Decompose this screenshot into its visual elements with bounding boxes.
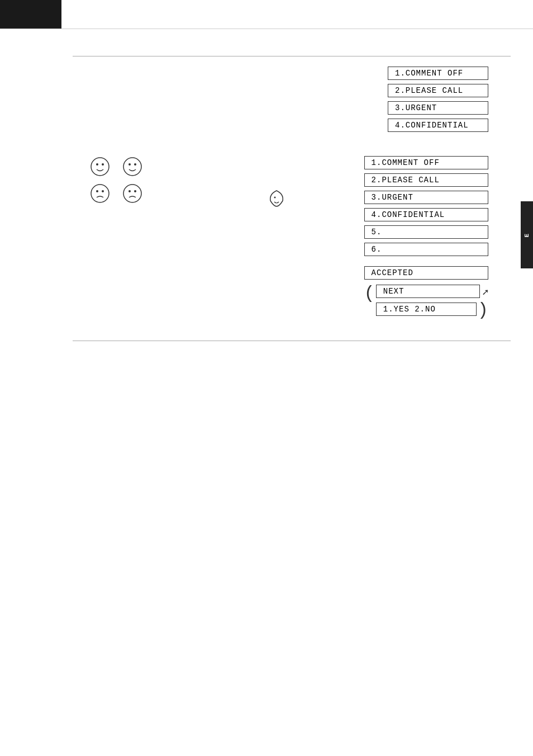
menu-item-3[interactable]: 3.URGENT bbox=[388, 101, 488, 115]
section1-menu-column: 1.COMMENT OFF 2.PLEASE CALL 3.URGENT 4.C… bbox=[388, 67, 488, 134]
menu-item-2[interactable]: 2.PLEASE CALL bbox=[388, 84, 488, 97]
svg-point-10 bbox=[129, 190, 131, 192]
s2-menu-next[interactable]: NEXT bbox=[376, 285, 480, 298]
svg-point-3 bbox=[123, 158, 141, 176]
top-bar bbox=[0, 0, 533, 29]
svg-point-12 bbox=[274, 197, 276, 199]
svg-point-9 bbox=[123, 185, 141, 202]
svg-point-1 bbox=[96, 163, 98, 166]
center-icon bbox=[268, 190, 285, 210]
top-bar-content bbox=[61, 0, 533, 29]
svg-point-0 bbox=[91, 158, 109, 176]
bracket-yes-right: ) bbox=[478, 301, 488, 319]
section-2: 1.COMMENT OFF 2.PLEASE CALL 3.URGENT 4.C… bbox=[73, 156, 511, 324]
smiley-icon-1 bbox=[89, 156, 111, 179]
svg-point-6 bbox=[91, 185, 109, 202]
top-separator bbox=[73, 56, 511, 56]
s2-menu-item-5[interactable]: 5. bbox=[364, 225, 488, 239]
bottom-separator bbox=[73, 341, 511, 341]
s2-menu-item-2[interactable]: 2.PLEASE CALL bbox=[364, 173, 488, 187]
s2-menu-yes-no[interactable]: 1.YES 2.NO bbox=[376, 303, 477, 316]
smiley-icon-2 bbox=[122, 156, 143, 179]
svg-point-2 bbox=[102, 163, 104, 166]
svg-point-7 bbox=[96, 190, 98, 192]
bracket-next-left: ( bbox=[364, 285, 375, 303]
svg-point-11 bbox=[134, 190, 136, 192]
top-bar-black-block bbox=[0, 0, 61, 29]
s2-menu-item-6[interactable]: 6. bbox=[364, 243, 488, 256]
arrow-right-icon: ➚ bbox=[482, 286, 488, 299]
icon-group bbox=[89, 156, 143, 210]
svg-point-4 bbox=[129, 163, 131, 166]
frown-icon-1 bbox=[89, 183, 111, 206]
s2-menu-item-3[interactable]: 3.URGENT bbox=[364, 191, 488, 204]
main-content: 1.COMMENT OFF 2.PLEASE CALL 3.URGENT 4.C… bbox=[0, 29, 533, 363]
icon-row-1 bbox=[89, 156, 143, 179]
svg-point-5 bbox=[134, 163, 136, 166]
s2-menu-accepted[interactable]: ACCEPTED bbox=[364, 266, 488, 280]
s2-menu-item-4[interactable]: 4.CONFIDENTIAL bbox=[364, 208, 488, 221]
icon-row-2 bbox=[89, 183, 143, 206]
svg-point-8 bbox=[102, 190, 104, 192]
frown-icon-2 bbox=[122, 183, 143, 206]
s2-menu-item-1[interactable]: 1.COMMENT OFF bbox=[364, 156, 488, 169]
section2-menu-column: 1.COMMENT OFF 2.PLEASE CALL 3.URGENT 4.C… bbox=[364, 156, 488, 319]
right-side-tab: E bbox=[521, 201, 533, 268]
menu-item-4[interactable]: 4.CONFIDENTIAL bbox=[388, 119, 488, 132]
menu-item-1[interactable]: 1.COMMENT OFF bbox=[388, 67, 488, 80]
section-1: 1.COMMENT OFF 2.PLEASE CALL 3.URGENT 4.C… bbox=[73, 67, 511, 139]
right-tab-label: E bbox=[524, 233, 530, 238]
